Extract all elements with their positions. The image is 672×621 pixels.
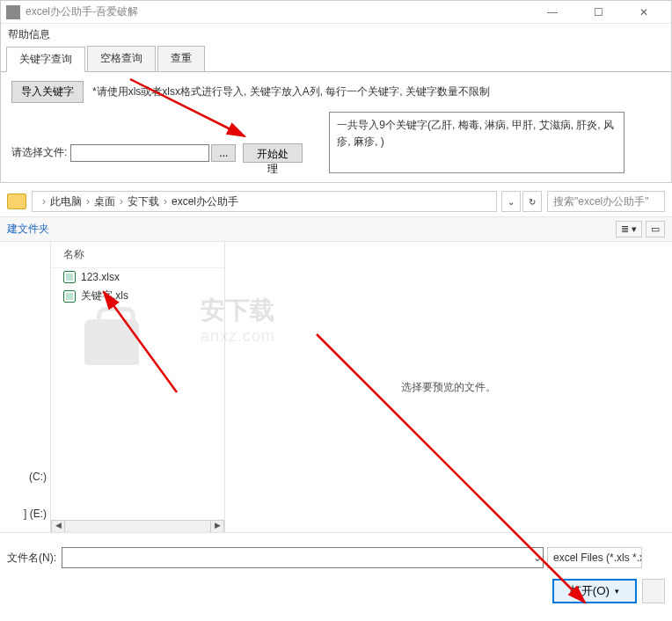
horizontal-scrollbar[interactable]: ◀ ▶ xyxy=(51,520,224,532)
breadcrumb-excelhelper[interactable]: excel办公助手 xyxy=(172,194,238,209)
breadcrumb-desktop[interactable]: 桌面 xyxy=(94,194,115,209)
tab-panel: 导入关键字 *请使用xls或者xlsx格式进行导入, 关键字放入A列, 每行一个… xyxy=(1,72,671,182)
xls-icon xyxy=(63,290,76,303)
file-name: 123.xlsx xyxy=(81,271,120,283)
preview-pane: 选择要预览的文件。 xyxy=(225,242,672,532)
tabs: 关键字查询 空格查询 查重 xyxy=(1,46,671,72)
file-list: 名称 123.xlsx 关键字.xls 安下载 anxz.com xyxy=(51,242,225,532)
tab-keyword-query[interactable]: 关键字查询 xyxy=(6,47,85,72)
import-keywords-button[interactable]: 导入关键字 xyxy=(11,81,84,103)
menu-help[interactable]: 帮助信息 xyxy=(8,28,50,40)
app-window: excel办公助手-吾爱破解 — ☐ ✕ 帮助信息 关键字查询 空格查询 查重 … xyxy=(0,0,672,183)
drive-c[interactable]: (C:) xyxy=(0,471,47,483)
minimize-button[interactable]: — xyxy=(537,6,567,18)
search-placeholder: 搜索"excel办公助手" xyxy=(553,194,649,209)
import-row: 导入关键字 *请使用xls或者xlsx格式进行导入, 关键字放入A列, 每行一个… xyxy=(11,81,661,103)
close-button[interactable]: ✕ xyxy=(629,6,659,18)
chevron-right-icon: › xyxy=(164,195,167,208)
filename-label: 文件名(N): xyxy=(7,551,56,566)
chevron-right-icon: › xyxy=(42,195,46,208)
xlsx-icon xyxy=(63,271,76,283)
chevron-right-icon: › xyxy=(120,195,123,208)
new-folder-button[interactable]: 建文件夹 xyxy=(7,222,49,237)
breadcrumb-thispc[interactable]: 此电脑 xyxy=(50,194,82,209)
start-process-button[interactable]: 开始处理 xyxy=(243,143,303,163)
file-name: 关键字.xls xyxy=(81,289,128,303)
sidebar: (C:) ] (E:) xyxy=(0,242,51,532)
view-mode-button[interactable]: ≣▾ xyxy=(616,221,642,237)
file-open-dialog: › 此电脑 › 桌面 › 安下载 › excel办公助手 ⌄ ↻ 搜索"exce… xyxy=(0,186,672,612)
status-box: 一共导入9个关键字(乙肝, 梅毒, 淋病, 甲肝, 艾滋病, 肝炎, 风疹, 麻… xyxy=(329,112,625,173)
filename-input[interactable] xyxy=(62,547,544,568)
file-path-input[interactable] xyxy=(70,144,209,162)
preview-pane-button[interactable]: ▭ xyxy=(646,221,665,237)
preview-message: 选择要预览的文件。 xyxy=(401,380,496,395)
file-type-filter[interactable]: excel Files (*.xls *.xlsx) xyxy=(547,547,642,568)
folder-icon xyxy=(7,194,26,209)
breadcrumb-anxiazai[interactable]: 安下载 xyxy=(128,194,159,209)
preview-icon: ▭ xyxy=(651,223,660,235)
filename-bar: 文件名(N): ⌄ excel Files (*.xls *.xlsx) xyxy=(0,532,672,575)
choose-file-label: 请选择文件: xyxy=(11,145,67,160)
address-bar: › 此电脑 › 桌面 › 安下载 › excel办公助手 ⌄ ↻ 搜索"exce… xyxy=(0,186,672,216)
refresh-button[interactable]: ↻ xyxy=(522,191,542,212)
cancel-button[interactable] xyxy=(642,579,665,603)
breadcrumb[interactable]: › 此电脑 › 桌面 › 安下载 › excel办公助手 xyxy=(32,191,497,212)
menubar: 帮助信息 xyxy=(1,24,671,46)
column-name[interactable]: 名称 xyxy=(51,242,224,268)
addr-dropdown-button[interactable]: ⌄ xyxy=(501,191,521,212)
dialog-toolbar: 建文件夹 ≣▾ ▭ xyxy=(0,216,672,242)
file-item-123[interactable]: 123.xlsx xyxy=(51,268,224,286)
maximize-button[interactable]: ☐ xyxy=(583,6,613,18)
tab-space-query[interactable]: 空格查询 xyxy=(87,46,156,71)
file-row: 请选择文件: ... 开始处理 一共导入9个关键字(乙肝, 梅毒, 淋病, 甲肝… xyxy=(11,112,661,173)
list-icon: ≣ xyxy=(621,223,629,235)
import-hint: *请使用xls或者xlsx格式进行导入, 关键字放入A列, 每行一个关键字, 关… xyxy=(92,84,490,99)
file-area: (C:) ] (E:) 名称 123.xlsx 关键字.xls 安下载 anxz… xyxy=(0,242,672,532)
chevron-right-icon: › xyxy=(86,195,90,208)
chevron-down-icon: ▾ xyxy=(615,587,619,595)
window-title: excel办公助手-吾爱破解 xyxy=(26,4,537,19)
dialog-actions: 打开(O) ▾ xyxy=(0,575,672,612)
scroll-left-icon[interactable]: ◀ xyxy=(51,521,65,532)
browse-button[interactable]: ... xyxy=(211,144,236,162)
tab-dedup[interactable]: 查重 xyxy=(157,46,205,71)
window-controls: — ☐ ✕ xyxy=(537,6,659,18)
scroll-right-icon[interactable]: ▶ xyxy=(210,521,224,532)
drive-e[interactable]: ] (E:) xyxy=(0,508,47,520)
open-button[interactable]: 打开(O) ▾ xyxy=(552,579,637,603)
file-item-keywords[interactable]: 关键字.xls xyxy=(51,286,224,306)
titlebar: excel办公助手-吾爱破解 — ☐ ✕ xyxy=(1,1,671,24)
app-icon xyxy=(6,5,20,19)
search-input[interactable]: 搜索"excel办公助手" xyxy=(547,191,665,212)
